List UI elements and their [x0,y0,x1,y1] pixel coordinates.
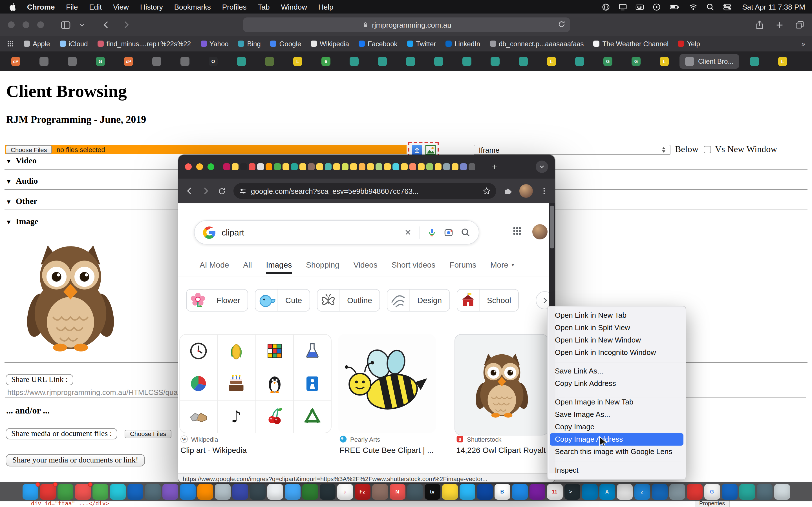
inner-titlebar[interactable]: + [178,155,555,179]
browser-tab[interactable] [510,55,536,68]
menu-item-view[interactable]: View [107,3,135,11]
menu-app-name[interactable]: Chrome [21,3,60,11]
result-source[interactable]: Shutterstock [456,436,501,443]
vpn-icon[interactable] [602,3,610,11]
inner-tab[interactable] [426,163,433,170]
result-source[interactable]: Pearly Arts [340,436,380,443]
minimize-button[interactable] [22,21,29,28]
inner-tab[interactable] [299,163,306,170]
lens-icon[interactable] [444,228,453,237]
outer-titlebar[interactable]: rjmprogramming.com.au [0,13,812,36]
tab-videos[interactable]: Videos [354,260,377,274]
inner-tab[interactable] [418,163,424,170]
chip-outline[interactable]: Outline [317,289,380,312]
shared-image-preview[interactable] [6,233,134,360]
bookmark-db-connect-p-aaasaaafaas[interactable]: db_connect.p...aaasaaafaas [490,40,584,48]
dock-icon[interactable]: >_ [564,484,580,500]
image-mode-icon[interactable] [425,145,436,155]
close-button[interactable] [185,163,192,170]
result-image-owl[interactable] [455,334,549,436]
forward-icon[interactable] [122,20,131,29]
omnibox[interactable]: google.com/search?sca_esv=5e9bb948607cc7… [234,183,496,199]
browser-tab[interactable]: L [651,55,677,68]
browser-tab[interactable]: G [87,55,113,68]
clear-icon[interactable] [404,228,412,237]
inner-tab[interactable] [240,163,247,170]
result-source[interactable]: Wikipedia [181,436,218,443]
browser-tab[interactable] [482,55,508,68]
browser-tab[interactable]: cP [3,55,29,68]
bookmark-yelp[interactable]: Yelp [678,40,700,48]
tab-all[interactable]: All [243,260,252,274]
share-submit-button[interactable]: Share your media or documents or link! [6,454,145,466]
menu-item-profiles[interactable]: Profiles [216,3,252,11]
inner-tab[interactable] [384,163,391,170]
dock-icon[interactable]: ♪ [337,484,353,500]
inner-tab[interactable] [435,163,442,170]
bookmark-bing[interactable]: Bing [238,40,261,48]
dock-icon[interactable] [57,484,73,500]
context-item-copy-link-address[interactable]: Copy Link Address [550,378,683,390]
choose-media-files-button[interactable]: Choose Files [125,430,171,438]
display-mode-select[interactable]: Iframe [474,145,670,155]
chip-design[interactable]: Design [387,289,450,312]
dock-icon[interactable] [774,484,790,500]
browser-tab[interactable] [426,55,452,68]
dock-icon[interactable] [22,484,38,500]
dock-icon[interactable] [40,484,56,500]
result-image-bee[interactable] [338,334,436,433]
dock-icon[interactable] [687,484,702,500]
browser-tab[interactable]: G [623,55,649,68]
inner-tab[interactable] [266,163,272,170]
section-image[interactable]: ▼Image [6,217,38,226]
context-item-search-this-image-with-google-lens[interactable]: Search this image with Google Lens [550,446,683,458]
inner-tab[interactable] [367,163,374,170]
context-item-copy-image[interactable]: Copy Image [550,421,683,433]
browser-tab[interactable] [567,55,593,68]
tab-images[interactable]: Images [266,260,292,274]
reload-icon[interactable] [218,187,226,195]
dock-icon[interactable] [232,484,248,500]
browser-tab[interactable] [144,55,170,68]
inner-tab[interactable] [401,163,408,170]
new-tab-icon[interactable] [775,20,784,29]
dock-icon[interactable]: tv [424,484,440,500]
inner-tab[interactable] [333,163,340,170]
dock-icon[interactable] [739,484,755,500]
google-search-box[interactable]: clipart [194,220,479,244]
dock-icon[interactable] [477,484,493,500]
inner-tab[interactable] [409,163,416,170]
extensions-icon[interactable] [504,187,512,195]
bookmarks-overflow-icon[interactable]: » [802,40,805,48]
dock-icon[interactable] [214,484,231,500]
dock-icon[interactable]: 11 [547,484,562,500]
sidebar-toggle-icon[interactable] [61,20,70,30]
dock-icon[interactable]: z [634,484,650,500]
menu-clock[interactable]: Sat Apr 11 7:38 PM [742,3,805,11]
chip-school[interactable]: School [456,289,519,312]
tab-search-icon[interactable] [536,161,548,173]
context-item-open-link-in-incognito-window[interactable]: Open Link in Incognito Window [550,346,683,359]
dock-icon[interactable] [162,484,178,500]
dock-icon[interactable] [442,484,458,500]
result-title[interactable]: 14,226 Owl Clipart Royalt [456,446,546,455]
inner-tab[interactable] [359,163,365,170]
browser-tab[interactable] [229,55,254,68]
context-item-open-link-in-new-tab[interactable]: Open Link in New Tab [550,309,683,322]
inner-tab[interactable] [249,163,255,170]
back-icon[interactable] [185,186,194,195]
inner-tab[interactable] [274,163,281,170]
reload-icon[interactable] [558,20,566,28]
new-tab-icon[interactable]: + [492,162,497,172]
bookmark-star-icon[interactable] [483,187,491,195]
context-item-inspect[interactable]: Inspect [550,464,683,476]
chip-flower[interactable]: Flower [186,289,248,312]
display-icon[interactable] [619,3,627,11]
dock-icon[interactable] [652,484,667,500]
dock-icon[interactable] [110,484,125,500]
bookmark-yahoo[interactable]: Yahoo [200,40,229,48]
dock-icon[interactable] [372,484,388,500]
browser-tab[interactable] [369,55,395,68]
browser-tab[interactable]: 6 [313,55,339,68]
context-item-save-image-as[interactable]: Save Image As... [550,408,683,421]
